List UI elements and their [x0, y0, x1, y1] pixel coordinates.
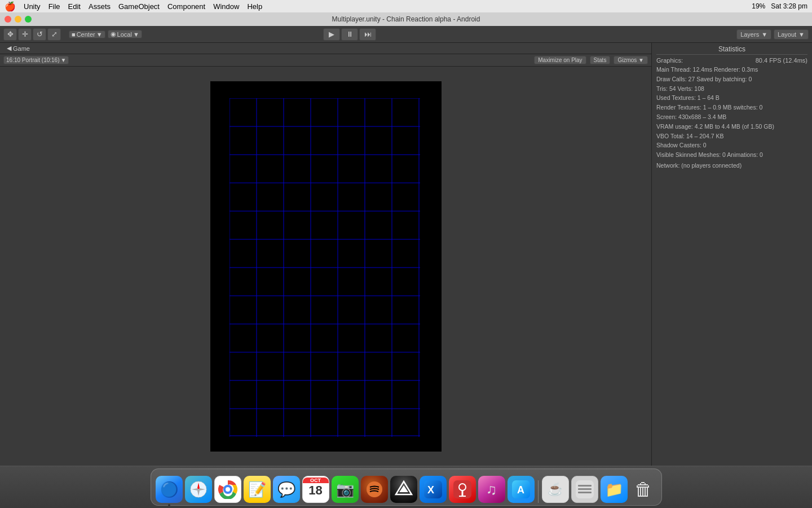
stats-vram: VRAM usage: 4.2 MB to 4.4 MB (of 1.50 GB…: [656, 122, 807, 132]
toolbar: ✥ ✛ ↺ ⤢ ■ Center ▼ ◉ Local ▼ ▶ ⏸ ⏭ Layer…: [0, 26, 812, 43]
dock-instruments[interactable]: [449, 476, 476, 503]
game-canvas: [210, 81, 442, 452]
aspect-chevron-icon: ▼: [61, 57, 67, 63]
dock: 🔵 📝 💬: [151, 468, 662, 506]
dock-unity-hub[interactable]: [571, 476, 598, 503]
close-button[interactable]: [5, 16, 11, 23]
menu-file[interactable]: File: [48, 2, 60, 11]
minimize-button[interactable]: [15, 16, 21, 23]
stats-vbo: VBO Total: 14 – 204.7 KB: [656, 132, 807, 141]
svg-rect-43: [578, 485, 592, 487]
stats-screen: Screen: 430x688 – 3.4 MB: [656, 112, 807, 122]
layers-label: Layers: [740, 31, 759, 38]
game-tab[interactable]: ◀ Game: [3, 45, 33, 52]
tool-scale[interactable]: ⤢: [47, 28, 61, 41]
svg-point-30: [226, 487, 230, 492]
dock-trash[interactable]: 🗑: [630, 476, 657, 503]
svg-text:A: A: [517, 484, 524, 496]
tool-rotate[interactable]: ↺: [33, 28, 46, 41]
stats-fps-row: Graphics: 80.4 FPS (12.4ms): [656, 57, 807, 64]
step-button[interactable]: ⏭: [359, 28, 376, 41]
gizmos-chevron-icon: ▼: [638, 57, 644, 63]
window-title: Multiplayer.unity - Chain Reaction alpha…: [332, 15, 480, 23]
tool-hand[interactable]: ✥: [3, 28, 17, 41]
game-panel: ◀ Game 16:10 Portrait (10:16) ▼ Maximize…: [0, 43, 651, 466]
pause-button[interactable]: ⏸: [341, 28, 358, 41]
transform-tools-group: ✥ ✛ ↺ ⤢: [3, 28, 61, 41]
stats-shadow: Shadow Casters: 0: [656, 141, 807, 150]
svg-point-31: [367, 481, 382, 497]
svg-rect-44: [578, 488, 592, 490]
dock-area: 🔵 📝 💬: [0, 466, 812, 508]
menu-component[interactable]: Component: [167, 2, 205, 11]
menu-unity[interactable]: Unity: [24, 2, 41, 11]
menu-help[interactable]: Help: [247, 2, 262, 11]
dock-thinkjava[interactable]: ☕: [542, 476, 569, 503]
stats-panel: Statistics Graphics: 80.4 FPS (12.4ms) M…: [651, 43, 812, 466]
space-dropdown[interactable]: ◉ Local ▼: [108, 30, 142, 38]
dock-notes[interactable]: 📝: [244, 476, 271, 503]
layout-dropdown[interactable]: Layout ▼: [774, 29, 809, 40]
game-area: ◀ Game 16:10 Portrait (10:16) ▼ Maximize…: [0, 43, 812, 466]
dock-appstore[interactable]: A: [508, 476, 535, 503]
gizmos-button[interactable]: Gizmos ▼: [614, 56, 648, 64]
layers-chevron-icon: ▼: [761, 31, 767, 38]
layout-label: Layout: [778, 31, 796, 38]
dock-finder[interactable]: 🔵: [156, 476, 183, 503]
svg-text:X: X: [427, 484, 434, 496]
stats-skinned: Visible Skinned Meshes: 0 Animations: 0: [656, 150, 807, 160]
svg-rect-45: [578, 492, 592, 493]
game-tab-label: Game: [13, 45, 30, 52]
aspect-dropdown[interactable]: 16:10 Portrait (10:16) ▼: [3, 56, 69, 64]
menu-window[interactable]: Window: [213, 2, 239, 11]
dock-xcode[interactable]: X: [420, 476, 447, 503]
pivot-dropdown[interactable]: ■ Center ▼: [69, 30, 105, 38]
menu-gameobject[interactable]: GameObject: [118, 2, 160, 11]
stats-used-textures: Used Textures: 1 – 64 B: [656, 93, 807, 103]
play-controls: ▶ ⏸ ⏭: [323, 28, 376, 41]
dock-calendar[interactable]: OCT 18: [302, 476, 329, 503]
layers-dropdown[interactable]: Layers ▼: [736, 29, 771, 40]
game-tab-bar: ◀ Game: [0, 43, 651, 54]
game-grid: [230, 98, 420, 437]
menu-assets[interactable]: Assets: [89, 2, 111, 11]
gizmos-label: Gizmos: [617, 57, 637, 63]
stats-main-thread: Main Thread: 12.4ms Renderer: 0.3ms: [656, 65, 807, 75]
play-button[interactable]: ▶: [323, 28, 340, 41]
menu-time: Sat 3:28 pm: [771, 2, 807, 10]
apple-menu[interactable]: 🍎: [5, 1, 16, 12]
dock-itunes[interactable]: ♫: [478, 476, 505, 503]
graphics-label: Graphics:: [656, 57, 683, 64]
menubar: 🍎 Unity File Edit Assets GameObject Comp…: [0, 0, 812, 12]
game-controls-bar: 16:10 Portrait (10:16) ▼ Maximize on Pla…: [0, 54, 651, 67]
stats-button[interactable]: Stats: [590, 56, 611, 64]
fps-value: 80.4 FPS (12.4ms): [756, 57, 807, 64]
game-viewport: [0, 67, 651, 466]
stats-render-textures: Render Textures: 1 – 0.9 MB switches: 0: [656, 103, 807, 112]
traffic-lights: [5, 16, 32, 23]
stats-network: Network: (no players connected): [656, 162, 807, 169]
stats-header: Statistics: [656, 45, 807, 55]
dock-chrome[interactable]: [214, 476, 241, 503]
dock-safari[interactable]: [185, 476, 212, 503]
dock-separator: [538, 480, 539, 503]
menu-battery: 19%: [752, 2, 765, 10]
dock-facetime[interactable]: 📷: [332, 476, 359, 503]
stats-tris-verts: Tris: 54 Verts: 108: [656, 84, 807, 94]
dock-unity-game[interactable]: [390, 476, 417, 503]
tool-move[interactable]: ✛: [18, 28, 32, 41]
menu-edit[interactable]: Edit: [68, 2, 81, 11]
layout-chevron-icon: ▼: [798, 31, 805, 38]
game-tab-icon: ◀: [7, 45, 11, 52]
stats-draw-calls: Draw Calls: 27 Saved by batching: 0: [656, 75, 807, 84]
maximize-on-play-button[interactable]: Maximize on Play: [534, 56, 586, 64]
aspect-label: 16:10 Portrait (10:16): [6, 57, 60, 63]
menu-right-area: 19% Sat 3:28 pm: [752, 2, 807, 10]
titlebar: Multiplayer.unity - Chain Reaction alpha…: [0, 12, 812, 26]
grid-svg: [230, 98, 420, 437]
dock-files[interactable]: 📁: [601, 476, 628, 503]
dock-messages[interactable]: 💬: [273, 476, 300, 503]
dock-spotify[interactable]: [361, 476, 388, 503]
maximize-button[interactable]: [25, 16, 32, 23]
